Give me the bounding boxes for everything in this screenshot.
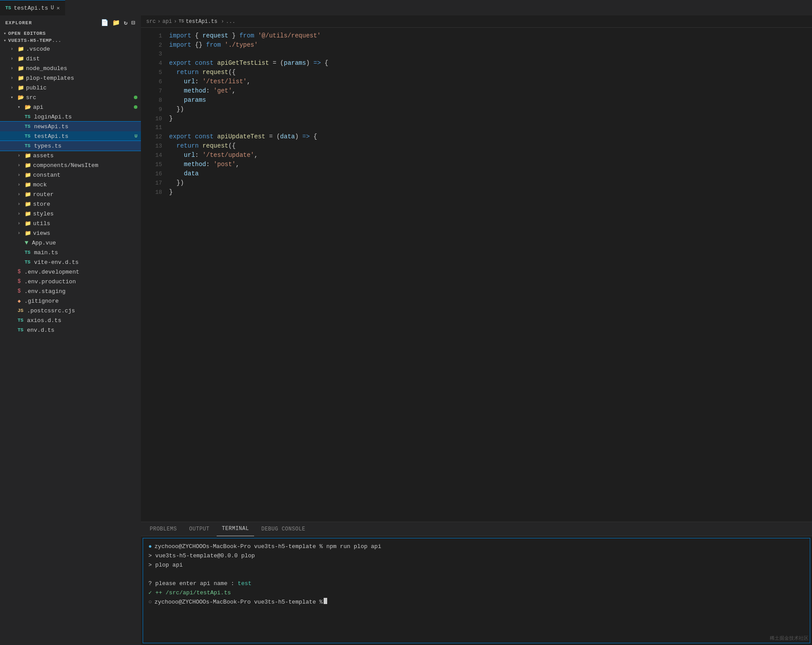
vscode-chevron: › <box>11 47 18 52</box>
sidebar-item-router[interactable]: › 📁 router <box>0 189 141 199</box>
sidebar-item-loginapi[interactable]: TS loginApi.ts <box>0 112 141 122</box>
sidebar-item-components[interactable]: › 📁 components/NewsItem <box>0 160 141 170</box>
new-folder-icon[interactable]: 📁 <box>112 19 120 26</box>
sidebar-item-types[interactable]: TS types.ts <box>0 141 141 151</box>
src-label: src <box>26 94 134 101</box>
open-editors-label: OPEN EDITORS <box>8 31 46 36</box>
folder-icon: 📁 <box>18 85 24 91</box>
sidebar-item-public[interactable]: › 📁 public <box>0 83 141 93</box>
code-line-7: 7 method: 'get', <box>141 86 812 96</box>
breadcrumb-file: testApi.ts <box>186 19 218 25</box>
terminal-dot: ● <box>148 542 152 551</box>
folder-icon: 📁 <box>18 46 24 52</box>
explorer-label: EXPLORER <box>5 20 32 26</box>
breadcrumb-src: src <box>146 19 156 25</box>
open-editors-section[interactable]: ▾ OPEN EDITORS <box>0 30 141 37</box>
sidebar-item-vscode[interactable]: › 📁 .vscode <box>0 44 141 54</box>
tab-close-button[interactable]: ✕ <box>56 5 59 11</box>
terminal-prompt-2: zychooo@ZYCHOOOs-MacBook-Pro vue3ts-h5-t… <box>155 598 323 607</box>
components-label: components/NewsItem <box>33 162 137 169</box>
sidebar-item-styles[interactable]: › 📁 styles <box>0 209 141 219</box>
sidebar-item-newsapi[interactable]: TS newsApi.ts <box>0 122 141 131</box>
env-file-icon: $ <box>18 288 21 294</box>
node-modules-label: node_modules <box>26 65 137 72</box>
sidebar-item-node-modules[interactable]: › 📁 node_modules <box>0 63 141 73</box>
code-line-5: 5 return request({ <box>141 68 812 77</box>
code-line-9: 9 }) <box>141 105 812 114</box>
folder-open-icon: 📂 <box>25 104 31 111</box>
styles-chevron: › <box>18 211 25 216</box>
router-label: router <box>33 191 137 198</box>
refresh-icon[interactable]: ↻ <box>124 19 128 26</box>
code-line-12: 12 export const apiUpdateTest = (data) =… <box>141 132 812 141</box>
folder-icon: 📁 <box>25 162 31 169</box>
project-section[interactable]: ▾ VUE3TS-H5-TEMP... <box>0 37 141 44</box>
sidebar-item-env-staging[interactable]: › $ .env.staging <box>0 286 141 296</box>
api-modified-dot <box>134 105 137 109</box>
sidebar-item-utils[interactable]: › 📁 utils <box>0 219 141 228</box>
code-line-16: 16 data <box>141 169 812 178</box>
gitignore-label: .gitignore <box>24 298 137 304</box>
sidebar-item-mock[interactable]: › 📁 mock <box>0 180 141 189</box>
tab-problems[interactable]: PROBLEMS <box>144 522 182 536</box>
code-line-2: 2 import {} from './types' <box>141 41 812 50</box>
ts-badge: TS <box>5 5 11 11</box>
sidebar-item-views[interactable]: › 📁 views <box>0 228 141 238</box>
terminal-prompt-1: zychooo@ZYCHOOOs-MacBook-Pro vue3ts-h5-t… <box>155 542 381 551</box>
vscode-label: .vscode <box>26 46 137 52</box>
sidebar-item-api[interactable]: ▾ 📂 api <box>0 102 141 112</box>
ts-badge-bc: TS <box>179 19 184 24</box>
sidebar-item-env-prod[interactable]: › $ .env.production <box>0 277 141 286</box>
sidebar: EXPLORER 📄 📁 ↻ ⊟ ▾ OPEN EDITORS ▾ VUE3TS… <box>0 15 141 645</box>
utils-chevron: › <box>18 221 25 226</box>
tab-output[interactable]: OUTPUT <box>184 522 215 536</box>
tab-testapi[interactable]: TS testApi.ts U ✕ <box>0 0 65 15</box>
sidebar-item-constant[interactable]: › 📁 constant <box>0 170 141 180</box>
sidebar-item-axiosts[interactable]: › TS axios.d.ts <box>0 315 141 325</box>
ts-file-icon: TS <box>25 114 30 119</box>
sidebar-item-testapi[interactable]: TS testApi.ts U <box>0 131 141 141</box>
sidebar-item-maints[interactable]: › TS main.ts <box>0 248 141 257</box>
sidebar-item-appvue[interactable]: › ▼ App.vue <box>0 238 141 248</box>
utils-label: utils <box>33 220 137 227</box>
terminal-content[interactable]: ● zychooo@ZYCHOOOs-MacBook-Pro vue3ts-h5… <box>143 538 810 643</box>
sidebar-item-assets[interactable]: › 📁 assets <box>0 151 141 160</box>
src-chevron: ▾ <box>11 95 18 100</box>
main-layout: EXPLORER 📄 📁 ↻ ⊟ ▾ OPEN EDITORS ▾ VUE3TS… <box>0 15 812 645</box>
assets-label: assets <box>33 152 137 159</box>
tab-debug-console[interactable]: DEBUG CONSOLE <box>256 522 310 536</box>
sidebar-item-src[interactable]: ▾ 📂 src <box>0 93 141 102</box>
tab-terminal[interactable]: TERMINAL <box>217 522 255 536</box>
public-chevron: › <box>11 85 18 90</box>
code-line-10: 10 } <box>141 114 812 123</box>
sidebar-item-viteenv[interactable]: › TS vite-env.d.ts <box>0 257 141 267</box>
sidebar-item-postcss[interactable]: › JS .postcssrc.cjs <box>0 306 141 315</box>
testapi-badge: U <box>134 133 137 139</box>
breadcrumb-api: api <box>162 19 172 25</box>
plop-chevron: › <box>11 76 18 81</box>
folder-icon: 📁 <box>25 191 31 198</box>
sidebar-item-env-dev[interactable]: › $ .env.development <box>0 267 141 277</box>
styles-label: styles <box>33 211 137 217</box>
sidebar-header: EXPLORER 📄 📁 ↻ ⊟ <box>0 15 141 30</box>
terminal-line-6: ✓ ++ /src/api/testApi.ts <box>148 589 805 597</box>
folder-open-icon: 📂 <box>18 94 24 101</box>
ts-file-icon: TS <box>25 133 30 139</box>
sidebar-item-gitignore[interactable]: › ◆ .gitignore <box>0 296 141 306</box>
code-line-8: 8 params <box>141 96 812 105</box>
sidebar-item-dist[interactable]: › 📁 dist <box>0 54 141 63</box>
code-editor[interactable]: 1 import { request } from '@/utils/reque… <box>141 28 812 522</box>
new-file-icon[interactable]: 📄 <box>101 19 109 26</box>
collapse-all-icon[interactable]: ⊟ <box>132 19 136 26</box>
folder-icon: 📁 <box>25 201 31 208</box>
postcss-label: .postcssrc.cjs <box>27 308 137 314</box>
ts-file-icon: TS <box>25 259 30 265</box>
src-modified-dot <box>134 96 137 99</box>
sidebar-item-plop-templates[interactable]: › 📁 plop-templates <box>0 73 141 83</box>
code-line-18: 18 } <box>141 188 812 197</box>
mock-chevron: › <box>18 182 25 187</box>
terminal-output-1: > vue3ts-h5-template@0.0.0 plop <box>148 552 255 560</box>
sidebar-item-store[interactable]: › 📁 store <box>0 199 141 209</box>
sidebar-item-envdts[interactable]: › TS env.d.ts <box>0 325 141 335</box>
ts-file-icon: TS <box>18 327 23 333</box>
